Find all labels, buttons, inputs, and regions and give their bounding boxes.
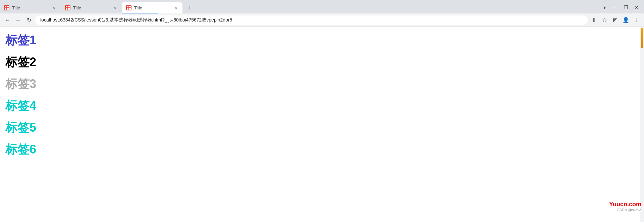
address-input[interactable] [35, 15, 588, 25]
heading-1: 标签1 [5, 32, 639, 49]
address-bar-actions: ⬆ ☆ ◤ 👤 ⋮ [589, 15, 641, 25]
tab-close-3[interactable]: ✕ [173, 5, 178, 10]
watermark-sub: CSDN @silove [609, 208, 641, 212]
heading-2: 标签2 [5, 54, 639, 71]
tab-title-1: Title [12, 5, 48, 10]
share-icon[interactable]: ⬆ [589, 15, 598, 25]
scrollbar-track[interactable] [640, 27, 644, 222]
tab-favicon-1 [4, 5, 9, 10]
profile-icon[interactable]: 👤 [621, 15, 631, 25]
page-content: 标签1 标签2 标签3 标签4 标签5 标签6 [0, 27, 644, 222]
svg-rect-1 [5, 6, 6, 7]
heading-3: 标签3 [5, 76, 639, 92]
split-view-icon[interactable]: ◤ [610, 15, 620, 25]
svg-rect-6 [66, 6, 67, 7]
svg-rect-8 [66, 8, 67, 10]
restore-button[interactable]: ❐ [621, 3, 631, 12]
tab-close-1[interactable]: ✕ [51, 5, 56, 10]
browser-window: Title ✕ Title ✕ Title [0, 0, 644, 222]
watermark: Yuucn.com CSDN @silove [609, 201, 641, 212]
svg-rect-7 [68, 6, 70, 7]
svg-rect-13 [127, 8, 128, 10]
back-button[interactable]: ← [3, 15, 12, 25]
minimize-button[interactable]: — [610, 3, 620, 12]
heading-5: 标签5 [5, 120, 639, 136]
heading-6: 标签6 [5, 141, 639, 158]
svg-rect-14 [129, 8, 131, 10]
watermark-brand: Yuucn.com [609, 201, 641, 208]
browser-tab-1[interactable]: Title ✕ [0, 2, 60, 13]
tab-title-3: Title [134, 5, 170, 10]
forward-button[interactable]: → [13, 15, 23, 25]
menu-icon[interactable]: ⋮ [632, 15, 641, 25]
browser-tab-3[interactable]: Title ✕ [122, 2, 182, 13]
svg-rect-12 [129, 6, 131, 7]
tab-bar: Title ✕ Title ✕ Title [0, 0, 644, 13]
scrollbar-thumb[interactable] [641, 28, 643, 48]
new-tab-button[interactable]: + [184, 3, 195, 13]
svg-rect-4 [7, 8, 9, 10]
tab-search-button[interactable]: ▾ [600, 3, 609, 12]
svg-rect-3 [5, 8, 6, 10]
tab-favicon-2 [65, 5, 70, 10]
tab-title-2: Title [73, 5, 109, 10]
reload-button[interactable]: ↻ [24, 15, 34, 25]
address-bar: ← → ↻ ⬆ ☆ ◤ 👤 ⋮ [0, 13, 644, 27]
svg-rect-2 [7, 6, 9, 7]
svg-rect-9 [68, 8, 70, 10]
tab-close-2[interactable]: ✕ [112, 5, 117, 10]
browser-tab-2[interactable]: Title ✕ [61, 2, 121, 13]
tab-favicon-3 [126, 5, 131, 10]
loading-bar [122, 13, 158, 13]
tab-bar-controls: ▾ — ❐ ✕ [600, 3, 644, 13]
close-window-button[interactable]: ✕ [632, 3, 641, 12]
heading-4: 标签4 [5, 98, 639, 114]
bookmark-icon[interactable]: ☆ [600, 15, 609, 25]
svg-rect-11 [127, 6, 128, 7]
